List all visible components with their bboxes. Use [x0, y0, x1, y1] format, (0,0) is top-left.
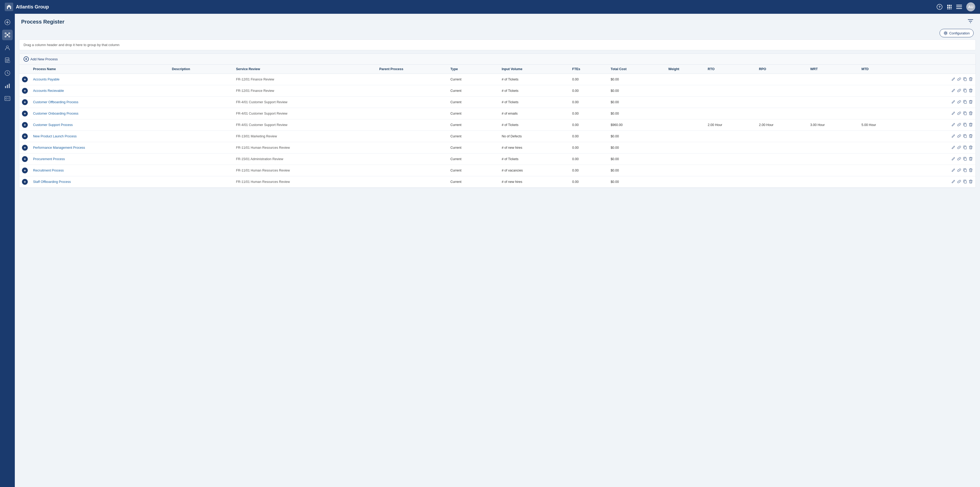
row-expand-button[interactable]: +	[22, 133, 28, 139]
process-name-link[interactable]: Performance Management Process	[33, 146, 85, 150]
table-row: + Performance Management Process FR-11/0…	[19, 142, 975, 153]
delete-icon[interactable]	[969, 168, 973, 173]
row-rpo-cell	[756, 142, 808, 153]
sidebar-item-person[interactable]	[2, 42, 13, 53]
configuration-label: Configuration	[949, 31, 970, 35]
svg-rect-36	[7, 85, 8, 88]
copy-icon[interactable]	[963, 168, 967, 173]
row-expand-button[interactable]: +	[22, 99, 28, 105]
avatar[interactable]: AU	[966, 2, 975, 11]
col-description: Description	[169, 65, 233, 74]
sidebar-item-add[interactable]	[2, 17, 13, 27]
edit-icon[interactable]	[951, 77, 955, 82]
delete-icon[interactable]	[969, 123, 973, 128]
menu-button[interactable]	[956, 5, 962, 9]
row-rpo-cell	[756, 131, 808, 142]
config-bar: Configuration	[15, 28, 980, 40]
process-name-link[interactable]: Customer Support Process	[33, 123, 73, 127]
edit-icon[interactable]	[951, 100, 955, 105]
sidebar-item-docs[interactable]	[2, 55, 13, 65]
edit-icon[interactable]	[951, 123, 955, 128]
row-actions-cell	[910, 85, 975, 97]
row-expand-button[interactable]: +	[22, 156, 28, 162]
copy-icon[interactable]	[963, 179, 967, 184]
add-new-process-button[interactable]: + Add New Process	[24, 56, 58, 62]
delete-icon[interactable]	[969, 100, 973, 105]
delete-icon[interactable]	[969, 88, 973, 93]
process-name-link[interactable]: Accounts Payable	[33, 78, 59, 81]
row-expand-button[interactable]: +	[22, 122, 28, 128]
row-expand-button[interactable]: +	[22, 145, 28, 151]
link-icon[interactable]	[957, 88, 961, 93]
delete-icon[interactable]	[969, 134, 973, 139]
col-parent-process: Parent Process	[377, 65, 448, 74]
row-parent-process-cell	[377, 119, 448, 131]
row-expand-button[interactable]: +	[22, 168, 28, 173]
link-icon[interactable]	[957, 77, 961, 82]
link-icon[interactable]	[957, 179, 961, 184]
layout: Process Register Configuration Drag a co…	[0, 14, 980, 487]
edit-icon[interactable]	[951, 145, 955, 150]
copy-icon[interactable]	[963, 88, 967, 93]
copy-icon[interactable]	[963, 145, 967, 150]
col-rto: RTO	[705, 65, 756, 74]
row-parent-process-cell	[377, 97, 448, 108]
help-button[interactable]: ?	[937, 4, 942, 10]
process-name-link[interactable]: Accounts Recievable	[33, 89, 64, 93]
svg-rect-52	[964, 181, 967, 183]
link-icon[interactable]	[957, 157, 961, 162]
row-service-review-cell: FR-4/01 Customer Support Review	[233, 119, 377, 131]
grid-button[interactable]	[947, 4, 952, 10]
svg-rect-16	[956, 8, 962, 9]
copy-icon[interactable]	[963, 100, 967, 105]
edit-icon[interactable]	[951, 88, 955, 93]
row-type-cell: Current	[448, 142, 499, 153]
filter-button[interactable]	[967, 18, 974, 26]
delete-icon[interactable]	[969, 111, 973, 116]
edit-icon[interactable]	[951, 157, 955, 162]
link-icon[interactable]	[957, 134, 961, 139]
row-description-cell	[169, 176, 233, 188]
delete-icon[interactable]	[969, 77, 973, 82]
copy-icon[interactable]	[963, 77, 967, 82]
row-wrt-cell	[808, 74, 859, 85]
row-total-cost-cell: $0.00	[608, 97, 666, 108]
edit-icon[interactable]	[951, 134, 955, 139]
copy-icon[interactable]	[963, 134, 967, 139]
link-icon[interactable]	[957, 100, 961, 105]
process-name-link[interactable]: Procurement Process	[33, 157, 65, 161]
link-icon[interactable]	[957, 123, 961, 128]
row-expand-button[interactable]: +	[22, 111, 28, 117]
sidebar-item-chart[interactable]	[2, 80, 13, 91]
process-name-link[interactable]: Recruitment Process	[33, 169, 64, 172]
table-row: + New Product Launch Process FR-13/01 Ma…	[19, 131, 975, 142]
link-icon[interactable]	[957, 111, 961, 116]
process-name-link[interactable]: Staff Offboarding Process	[33, 180, 71, 184]
row-total-cost-cell: $0.00	[608, 131, 666, 142]
edit-icon[interactable]	[951, 179, 955, 184]
delete-icon[interactable]	[969, 145, 973, 150]
link-icon[interactable]	[957, 168, 961, 173]
sidebar-item-idcard[interactable]	[2, 93, 13, 104]
row-weight-cell	[666, 176, 705, 188]
copy-icon[interactable]	[963, 111, 967, 116]
row-expand-button[interactable]: +	[22, 88, 28, 94]
row-rpo-cell	[756, 153, 808, 165]
copy-icon[interactable]	[963, 157, 967, 162]
row-expand-button[interactable]: +	[22, 179, 28, 185]
configuration-button[interactable]: Configuration	[940, 29, 974, 37]
row-expand-button[interactable]: +	[22, 77, 28, 82]
delete-icon[interactable]	[969, 179, 973, 184]
row-type-cell: Current	[448, 97, 499, 108]
table-row: + Customer Offboarding Process FR-4/01 C…	[19, 97, 975, 108]
edit-icon[interactable]	[951, 168, 955, 173]
delete-icon[interactable]	[969, 157, 973, 162]
copy-icon[interactable]	[963, 123, 967, 128]
edit-icon[interactable]	[951, 111, 955, 116]
process-name-link[interactable]: Customer Onboarding Process	[33, 112, 78, 115]
link-icon[interactable]	[957, 145, 961, 150]
sidebar-item-network[interactable]	[2, 30, 13, 40]
process-name-link[interactable]: New Product Launch Process	[33, 134, 77, 138]
process-name-link[interactable]: Customer Offboarding Process	[33, 100, 78, 104]
sidebar-item-clock[interactable]	[2, 68, 13, 78]
